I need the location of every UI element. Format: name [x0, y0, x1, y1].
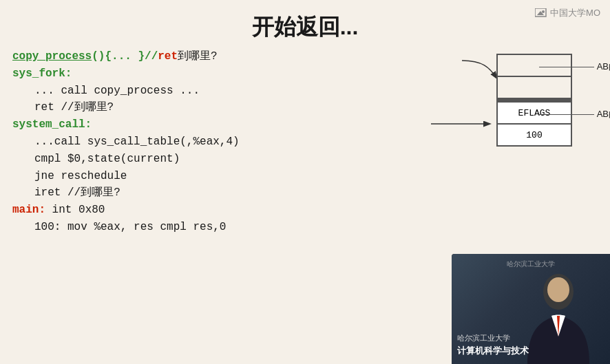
- code-line1-rest: 到哪里?: [178, 50, 218, 63]
- middle-arrow-svg: [428, 103, 510, 144]
- stack-kernel-label: AB的内核栈: [539, 108, 610, 120]
- code-main-label: main:: [12, 204, 45, 216]
- code-main-rest: int 0x80: [45, 204, 105, 216]
- stack-user-section: AB的用户栈: [496, 54, 572, 99]
- slide-title: 开始返回...: [0, 0, 610, 50]
- code-content: copy_process(){... }//ret到哪里? sys_fork: …: [12, 48, 425, 236]
- video-background: 哈尔滨工业大学 哈尔滨工业大学: [452, 254, 610, 364]
- code-func-name: copy_process: [12, 50, 92, 63]
- stack-diagram: AB的用户栈 EFLAGS 100 AB的内核栈: [496, 54, 572, 147]
- code-line-2: sys_fork:: [12, 65, 425, 83]
- user-label-line: [539, 67, 594, 67]
- code-func-body: (){... }//: [92, 50, 158, 63]
- code-line-10: main: int 0x80: [12, 202, 425, 219]
- code-line-11: 100: mov %eax, res cmpl res,0: [12, 219, 425, 236]
- code-line-4: ret //到哪里?: [12, 99, 425, 116]
- video-labels: 哈尔滨工业大学 计算机科学与技术: [457, 332, 529, 358]
- stack-kernel-label-text: AB的内核栈: [597, 108, 610, 120]
- stack-100-label: 100: [526, 130, 542, 140]
- code-line-1: copy_process(){... }//ret到哪里?: [12, 48, 425, 65]
- watermark-text: 中国大学MO: [550, 7, 600, 19]
- slide-container: 中国大学MO 开始返回... copy_process(){... }//ret…: [0, 0, 610, 364]
- kernel-label-line: [539, 114, 594, 115]
- code-ret-keyword: ret: [158, 50, 178, 63]
- watermark: 中国大学MO: [535, 7, 600, 19]
- stack-user-label-text: AB的用户栈: [597, 61, 610, 73]
- code-line-8: jne reschedule: [12, 168, 425, 185]
- watermark-icon: [535, 8, 547, 18]
- code-line-7: cmpl $0,state(current): [12, 151, 425, 168]
- code-line-5: system_call:: [12, 116, 425, 133]
- video-school-name: 哈尔滨工业大学: [457, 332, 529, 345]
- video-dept-name: 计算机科学与技术: [457, 344, 529, 358]
- video-thumbnail: 哈尔滨工业大学 哈尔滨工业大学: [452, 254, 610, 364]
- svg-point-2: [542, 10, 545, 13]
- code-line-9: iret //到哪里?: [12, 184, 425, 202]
- code-line-6: ...call sys_call_table(,%eax,4): [12, 133, 425, 151]
- svg-point-5: [547, 277, 569, 302]
- code-line-3: ... call copy_process ...: [12, 83, 425, 100]
- stack-row-empty2: [496, 76, 572, 99]
- stack-user-label: AB的用户栈: [539, 61, 610, 73]
